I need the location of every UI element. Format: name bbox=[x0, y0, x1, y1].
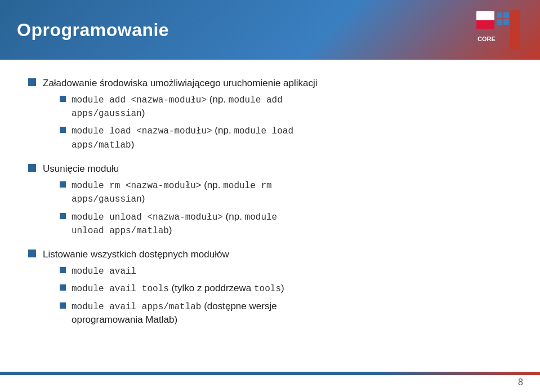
list-item: module avail apps/matlab (dostępne wersj… bbox=[60, 300, 284, 327]
bullet-marker bbox=[28, 164, 36, 172]
note-text: (np. module rm bbox=[201, 180, 271, 190]
svg-rect-1 bbox=[476, 20, 494, 29]
svg-rect-4 bbox=[497, 19, 502, 25]
note-text: (np. module load bbox=[212, 125, 293, 136]
item-text: Załadowanie środowiska umożliwiającego u… bbox=[43, 78, 318, 88]
bullet-marker-small bbox=[60, 127, 66, 133]
item-content: Załadowanie środowiska umożliwiającego u… bbox=[43, 75, 318, 155]
logo-icon: CORE bbox=[475, 10, 520, 50]
list-item: module rm <nazwa-modułu> (np. module rma… bbox=[60, 179, 277, 206]
bullet-marker bbox=[28, 250, 36, 257]
sub-list: module avail module avail tools (tylko z… bbox=[60, 264, 284, 327]
svg-rect-3 bbox=[503, 12, 509, 18]
sub-item-text: module add <nazwa-modułu> (np. module ad… bbox=[72, 93, 283, 121]
page-number: 8 bbox=[518, 377, 523, 387]
code-text: module unload <nazwa-modułu> bbox=[72, 212, 223, 222]
bullet-marker-small bbox=[60, 96, 66, 102]
sub-item-text: module unload <nazwa-modułu> (np. module… bbox=[72, 210, 277, 238]
sub-item-text: module avail bbox=[72, 264, 136, 278]
svg-rect-7 bbox=[510, 10, 520, 50]
sub-item-text: module load <nazwa-modułu> (np. module l… bbox=[72, 124, 293, 152]
item-content: Usunięcie modułu module rm <nazwa-modułu… bbox=[43, 161, 277, 241]
bullet-marker-small bbox=[60, 213, 66, 219]
note-text-cont: unload apps/matlab) bbox=[72, 225, 172, 235]
note-text-cont: oprogramowania Matlab) bbox=[72, 314, 177, 325]
note-text: (np. module add bbox=[207, 94, 283, 105]
sub-item-text: module avail apps/matlab (dostępne wersj… bbox=[72, 300, 277, 327]
bullet-marker bbox=[28, 78, 36, 86]
item-content: Listowanie wszystkich dostępnych modułów… bbox=[43, 247, 284, 331]
note-text: (np. module bbox=[223, 211, 277, 222]
code-text: module avail apps/matlab bbox=[72, 302, 201, 312]
note-text-cont: apps/matlab) bbox=[72, 139, 134, 150]
note-text-cont: apps/gaussian) bbox=[72, 108, 145, 118]
code-text: module rm <nazwa-modułu> bbox=[72, 181, 201, 191]
svg-rect-0 bbox=[476, 11, 494, 20]
note-text-cont: apps/gaussian) bbox=[72, 193, 145, 204]
slide: Oprogramowanie CORE bbox=[0, 0, 540, 392]
list-item: module avail tools (tylko z poddrzewa to… bbox=[60, 282, 284, 295]
note-text: (tylko z poddrzewa tools) bbox=[169, 283, 284, 293]
main-list: Załadowanie środowiska umożliwiającego u… bbox=[28, 75, 512, 331]
logo-area: CORE bbox=[472, 10, 523, 50]
code-text: module avail bbox=[72, 266, 136, 277]
list-item: module unload <nazwa-modułu> (np. module… bbox=[60, 210, 277, 238]
slide-content: Załadowanie środowiska umożliwiającego u… bbox=[0, 60, 540, 373]
note-text: (dostępne wersje bbox=[201, 301, 276, 311]
list-item: Załadowanie środowiska umożliwiającego u… bbox=[28, 75, 512, 155]
list-item: module avail bbox=[60, 264, 284, 278]
svg-rect-5 bbox=[503, 19, 509, 25]
list-item: module load <nazwa-modułu> (np. module l… bbox=[60, 124, 318, 152]
bullet-marker-small bbox=[60, 267, 66, 273]
sub-list: module add <nazwa-modułu> (np. module ad… bbox=[60, 93, 318, 152]
list-item: module add <nazwa-modułu> (np. module ad… bbox=[60, 93, 318, 121]
item-text: Usunięcie modułu bbox=[43, 163, 119, 174]
svg-text:CORE: CORE bbox=[477, 35, 496, 42]
item-text: Listowanie wszystkich dostępnych modułów bbox=[43, 249, 229, 260]
code-text: module avail tools bbox=[72, 284, 169, 294]
svg-rect-2 bbox=[497, 12, 502, 18]
list-item: Usunięcie modułu module rm <nazwa-modułu… bbox=[28, 161, 512, 241]
sub-item-text: module rm <nazwa-modułu> (np. module rma… bbox=[72, 179, 272, 206]
sub-list: module rm <nazwa-modułu> (np. module rma… bbox=[60, 179, 277, 238]
slide-header: Oprogramowanie CORE bbox=[0, 0, 540, 60]
slide-title: Oprogramowanie bbox=[17, 20, 169, 41]
bullet-marker-small bbox=[60, 181, 66, 188]
sub-item-text: module avail tools (tylko z poddrzewa to… bbox=[72, 282, 284, 295]
code-text: module load <nazwa-modułu> bbox=[72, 126, 212, 136]
bullet-marker-small bbox=[60, 284, 66, 291]
code-text: module add <nazwa-modułu> bbox=[72, 95, 207, 105]
bullet-marker-small bbox=[60, 302, 66, 309]
bottom-accent-bar bbox=[0, 372, 540, 375]
list-item: Listowanie wszystkich dostępnych modułów… bbox=[28, 247, 512, 331]
slide-footer: 8 bbox=[0, 373, 540, 392]
